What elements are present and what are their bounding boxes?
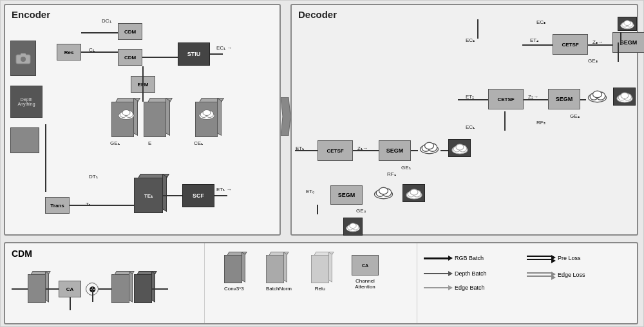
svg-point-31: [456, 144, 464, 150]
edge-batch-label: Edge Batch: [455, 285, 485, 291]
res-block: Res: [57, 44, 81, 61]
cetsf2-block: CETSF: [488, 89, 524, 109]
cdm-in-arrow: [12, 288, 28, 290]
conv-icon-area: Conv3*3: [224, 255, 244, 292]
arrow-cdm-stiu: [142, 57, 178, 58]
ec1-label: EC₁ →: [216, 45, 232, 51]
arrow-cdm-efm: [142, 66, 144, 102]
ca-icon-area: CA ChannelAttention: [352, 255, 381, 290]
depth-batch-legend: Depth Batch: [424, 270, 487, 277]
batchnorm-icon-area: BatchNorm: [266, 255, 292, 292]
cloud-ce1: [197, 107, 216, 121]
arr-cetsf2-segm2: [524, 99, 548, 100]
arr-segm2-cloud2: [580, 99, 586, 100]
main-container: Encoder DepthAnything Res CDM CDM STIU E…: [0, 0, 644, 327]
pre-loss-legend: Pre Loss: [527, 255, 581, 261]
edge-loss-legend: Edge Loss: [527, 272, 585, 278]
svg-point-27: [425, 142, 434, 149]
arr-segm3-ge3: [618, 42, 619, 62]
cdm-v-arrow: [70, 297, 71, 310]
svg-point-39: [621, 93, 629, 98]
relu-label: Relu: [311, 286, 329, 292]
black-block0: [343, 218, 363, 236]
cdm-v-arrow2: [92, 289, 93, 302]
segm2-block: SEGM: [548, 89, 580, 109]
ge3-label: GE₃: [588, 58, 598, 64]
ge1-label: GE₁: [110, 140, 120, 146]
et0-label: ET₀: [306, 189, 314, 194]
arr-segm1-cloud1: [411, 150, 418, 151]
cdm-title: CDM: [12, 248, 32, 259]
cdm-block-top: CDM: [118, 23, 142, 40]
cdm-out-arrow: [152, 288, 168, 290]
ge2-label: GE₂: [570, 113, 580, 119]
ec2-label: EC₂: [466, 37, 475, 43]
svg-marker-11: [281, 97, 290, 136]
arrow-trans-te1: [70, 205, 134, 206]
et4-label: ET₄: [530, 37, 538, 43]
bottom-section: CDM CA ⊗: [4, 242, 638, 324]
segm0-block: SEGM: [330, 185, 363, 205]
arrow-res-cdm: [81, 51, 118, 53]
cloud-e: [117, 107, 136, 121]
rf2-label: RF₂: [536, 120, 545, 126]
ce1-label: CE₁: [194, 140, 203, 146]
cloud-segm2: [586, 88, 609, 106]
dt1-label: DT₁: [89, 174, 98, 180]
arrow-res-cdmtop: [81, 32, 118, 33]
cdm-ca-block: CA: [59, 281, 81, 297]
edge-loss-label: Edge Loss: [558, 272, 585, 278]
arrow-dt1: [45, 124, 46, 192]
conv-label: Conv3*3: [224, 286, 244, 292]
top-section: Encoder DepthAnything Res CDM CDM STIU E…: [1, 1, 643, 239]
svg-rect-2: [21, 53, 26, 55]
depth-anything-block: DepthAnything: [10, 86, 43, 118]
arr-ec2-down: [504, 111, 506, 131]
arr-et1-cetsf1: [295, 150, 317, 151]
rgb-batch-label: RGB Batch: [455, 255, 484, 261]
arr-cloud1-dark1: [440, 150, 448, 151]
cloud-segm1: [418, 139, 440, 157]
pre-loss-label: Pre Loss: [558, 255, 581, 261]
scf-block: SCF: [182, 184, 214, 207]
black-cloud2: [613, 88, 636, 106]
svg-point-35: [593, 91, 602, 98]
et1-label: ET₁ →: [216, 187, 231, 192]
rf1-label: RF₁: [387, 171, 396, 177]
arr-et2-cetsf2: [458, 99, 488, 100]
arrow-scf-et1: [214, 195, 227, 196]
arr-cetsf1-segm1: [353, 150, 379, 151]
cdm-block3: [134, 274, 152, 303]
trans-block: Trans: [45, 197, 70, 214]
encoder-box: Encoder DepthAnything Res CDM CDM STIU E…: [4, 4, 281, 236]
svg-point-1: [21, 57, 26, 62]
arr-segm3-final: [620, 32, 621, 45]
black-cloud0: [402, 184, 425, 202]
transition-arrow: [281, 97, 290, 136]
segm1-block: SEGM: [379, 140, 411, 161]
svg-point-10: [203, 110, 211, 116]
ec1-dec-label: EC₁: [466, 124, 475, 130]
relu-icon-area: Relu: [311, 255, 329, 292]
arr-et0-down: [317, 205, 318, 214]
cdm-block-mid: CDM: [118, 49, 142, 66]
edge-batch-legend: Edge Batch: [424, 285, 485, 291]
arr-et4-cetsf3: [522, 44, 553, 46]
ec3-label: EC₃: [536, 19, 545, 25]
cetsf3-block: CETSF: [553, 34, 588, 55]
arrow-legend-area: RGB Batch Depth Batch Edge Batch: [417, 243, 636, 323]
svg-point-6: [122, 110, 130, 116]
svg-point-23: [350, 223, 356, 229]
rgb-batch-legend: RGB Batch: [424, 255, 484, 261]
stiu-block: STIU: [178, 42, 210, 66]
arr-cetsf3-segm3: [588, 44, 612, 46]
e-block: [144, 102, 166, 137]
ge0-label: GE₀: [356, 208, 366, 214]
batchnorm-label: BatchNorm: [266, 286, 292, 292]
ca-label: ChannelAttention: [349, 278, 381, 290]
cetsf1-block: CETSF: [317, 140, 353, 161]
ge1-dec-label: GE₁: [401, 165, 411, 171]
cdm-diagram-area: CDM CA ⊗: [5, 243, 205, 323]
cdm-block2: [111, 274, 129, 303]
encoder-title: Encoder: [12, 9, 50, 20]
